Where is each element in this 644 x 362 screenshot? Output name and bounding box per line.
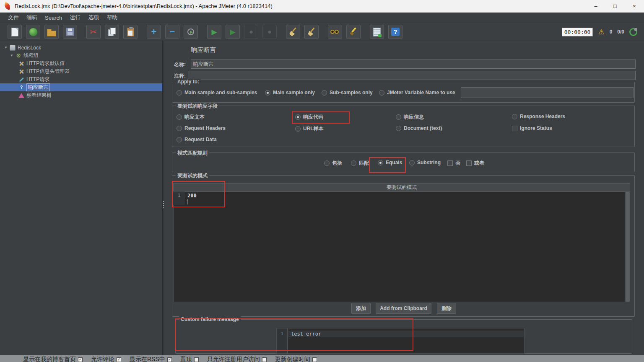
tree-label: 察看结果树 [26, 92, 52, 99]
radio-sub-samples-only[interactable]: Sub-samples only [322, 90, 373, 96]
radio-response-message[interactable]: 响应信息 [396, 114, 424, 121]
copy-button[interactable] [105, 25, 119, 39]
add-pattern-button[interactable]: 添加 [351, 303, 371, 314]
checkbox-icon[interactable] [167, 357, 172, 362]
name-input[interactable] [191, 59, 636, 69]
radio-document-text[interactable]: Document (text) [396, 125, 442, 131]
radio-url-sample[interactable]: URL样本 [295, 125, 324, 132]
tree-node-http-defaults[interactable]: HTTP请求默认值 [0, 59, 162, 67]
radio-contains[interactable]: 包括 [324, 160, 342, 167]
tree-node-thread-group[interactable]: ▼ ⚙ 线程组 [0, 52, 162, 59]
radio-request-headers[interactable]: Request Headers [177, 125, 226, 131]
patterns-group: 要测试的模式 要测试的模式 1 200 添加 Add from Clipboar… [172, 175, 635, 317]
search-button[interactable] [328, 25, 342, 39]
bg-option-show-in-rss[interactable]: 显示在RSS中 [130, 355, 172, 362]
custom-failure-text[interactable]: test error [291, 331, 321, 337]
log-warning-icon[interactable]: ⚠ [598, 28, 604, 36]
bg-option-registered-users-only[interactable]: 只允许注册用户访问 [207, 355, 267, 362]
maximize-button[interactable]: □ [605, 0, 625, 13]
radio-equals[interactable]: Equals [378, 160, 402, 165]
menu-options[interactable]: 选项 [84, 14, 103, 21]
radio-main-sample-and-subsamples[interactable]: Main sample and sub-samples [177, 90, 257, 96]
checkbox-icon[interactable] [117, 357, 121, 362]
radio-jmeter-variable[interactable]: JMeter Variable Name to use [379, 90, 455, 96]
bg-option-show-on-homepage[interactable]: 显示在我的博客首页 [23, 355, 83, 362]
bg-option-update-created-time[interactable]: 更新创建时间 [275, 355, 317, 362]
collapse-all-button[interactable]: − [165, 25, 179, 39]
patterns-table-body[interactable] [173, 191, 625, 302]
bg-option-pin-top[interactable]: 置顶 [180, 355, 199, 362]
checkbox-icon[interactable] [194, 357, 199, 362]
templates-button[interactable] [26, 25, 40, 39]
radio-label: Main sample and sub-samples [184, 90, 257, 96]
checkbox-icon[interactable] [262, 357, 267, 362]
checkbox-icon [466, 160, 472, 166]
radio-label: Sub-samples only [330, 90, 373, 96]
menu-run[interactable]: 运行 [66, 14, 84, 21]
bg-option-allow-comments[interactable]: 允许评论 [91, 355, 121, 362]
copy-icon [108, 28, 116, 36]
delete-pattern-button[interactable]: 删除 [437, 303, 456, 314]
pattern-row-value[interactable]: 200 [187, 193, 197, 199]
paste-button[interactable] [123, 25, 138, 39]
menu-help[interactable]: 帮助 [103, 14, 121, 21]
custom-failure-editor[interactable]: 1 test error [276, 328, 525, 354]
toggle-button[interactable] [184, 25, 198, 39]
save-button[interactable] [63, 25, 77, 39]
add-from-clipboard-button[interactable]: Add from Clipboard [376, 303, 431, 314]
new-file-button[interactable] [8, 25, 22, 39]
radio-response-code[interactable]: 响应代码 [295, 114, 323, 121]
cut-button[interactable]: ✂ [86, 25, 101, 39]
radio-icon [322, 90, 327, 96]
editor-line-number: 1 [277, 328, 288, 353]
open-file-button[interactable] [44, 25, 59, 39]
warning-count: 0 [610, 29, 613, 35]
search-reset-button[interactable] [346, 25, 361, 39]
menu-file[interactable]: 文件 [4, 14, 23, 21]
body-area: ▼ RedisLock ▼ ⚙ 线程组 HTTP请求默认值 HTTP信息头管理器… [0, 41, 644, 355]
expand-all-button[interactable]: + [147, 25, 161, 39]
radio-request-data[interactable]: Request Data [177, 137, 217, 142]
new-file-icon [11, 28, 18, 36]
bg-option-label: 置顶 [180, 355, 192, 362]
radio-selected-icon [378, 160, 383, 165]
patterns-scrollbar[interactable] [625, 191, 630, 302]
clear-button[interactable] [286, 25, 300, 39]
radio-response-text[interactable]: 响应文本 [177, 114, 205, 121]
tree-node-http-request[interactable]: HTTP请求 [0, 75, 162, 83]
checkbox-icon[interactable] [312, 357, 317, 362]
checkbox-icon[interactable] [78, 357, 83, 362]
expand-arrow-icon[interactable]: ▼ [4, 46, 10, 49]
expand-arrow-icon[interactable]: ▼ [10, 54, 16, 57]
stop-button[interactable]: ● [244, 25, 258, 39]
start-no-pauses-button[interactable]: ▶ [226, 25, 240, 39]
jmeter-variable-input[interactable] [461, 87, 634, 98]
test-plan-icon [10, 45, 16, 51]
test-plan-tree: ▼ RedisLock ▼ ⚙ 线程组 HTTP请求默认值 HTTP信息头管理器… [0, 41, 163, 355]
menu-search[interactable]: Search [41, 15, 66, 21]
function-helper-button[interactable] [370, 25, 384, 39]
clear-all-button[interactable] [304, 25, 319, 39]
minimize-button[interactable]: – [586, 0, 605, 13]
shutdown-button[interactable]: ● [262, 25, 277, 39]
start-button[interactable]: ▶ [207, 25, 221, 39]
radio-main-sample-only[interactable]: Main sample only [265, 90, 315, 96]
checkbox-not[interactable]: 否 [447, 160, 460, 167]
help-button[interactable]: ? [388, 25, 402, 39]
radio-substring[interactable]: Substring [409, 160, 441, 165]
tree-node-test-plan[interactable]: ▼ RedisLock [0, 44, 162, 52]
tree-node-response-assertion[interactable]: ? 响应断言 [0, 83, 162, 91]
comment-input[interactable] [188, 71, 636, 80]
radio-response-headers[interactable]: Response Headers [512, 114, 565, 119]
toggle-icon [187, 28, 194, 35]
radio-matches[interactable]: 匹配 [351, 160, 369, 167]
patterns-scrollbar-thumb[interactable] [626, 192, 630, 302]
close-button[interactable]: × [625, 0, 644, 13]
checkbox-or[interactable]: 或者 [466, 160, 484, 167]
checkbox-ignore-status[interactable]: Ignore Status [512, 125, 552, 131]
active-threads-count: 0/0 [617, 29, 624, 35]
menu-edit[interactable]: 编辑 [23, 14, 41, 21]
tree-node-view-results-tree[interactable]: 察看结果树 [0, 91, 162, 99]
bg-option-label: 显示在RSS中 [130, 355, 165, 362]
tree-node-header-manager[interactable]: HTTP信息头管理器 [0, 67, 162, 75]
